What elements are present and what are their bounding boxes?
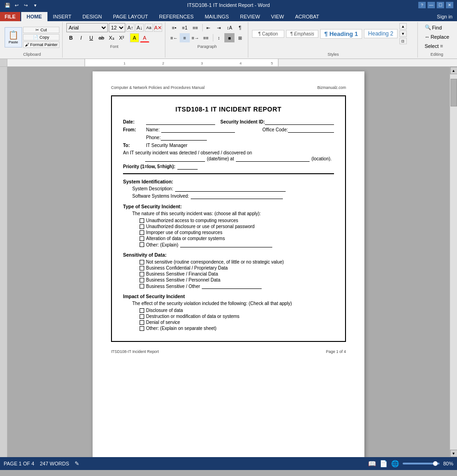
- checkbox-icon[interactable]: [140, 320, 144, 325]
- view-web-button[interactable]: 🌐: [391, 460, 399, 467]
- document-area[interactable]: Computer & Network Policies and Procedur…: [7, 67, 450, 457]
- find-button[interactable]: 🔍 Find: [422, 23, 452, 32]
- bold-button[interactable]: B: [66, 33, 76, 42]
- tab-page-layout[interactable]: PAGE LAYOUT: [107, 12, 153, 21]
- checkbox-icon[interactable]: [140, 272, 144, 276]
- datetime-field[interactable]: [145, 156, 205, 162]
- scroll-track[interactable]: [450, 74, 457, 450]
- view-print-button[interactable]: 📄: [380, 460, 387, 467]
- align-left-button[interactable]: ≡←: [169, 33, 179, 42]
- priority-field[interactable]: [177, 164, 198, 170]
- numbering-button[interactable]: ≡1: [180, 23, 190, 32]
- font-color-button[interactable]: A: [140, 33, 149, 42]
- font-family-selector[interactable]: Arial: [66, 23, 108, 32]
- style-heading1[interactable]: ¶ Heading 1: [320, 29, 362, 39]
- superscript-button[interactable]: X²: [117, 33, 126, 42]
- security-id-field[interactable]: [265, 119, 334, 125]
- tab-insert[interactable]: INSERT: [47, 12, 77, 21]
- location-field[interactable]: [236, 156, 310, 162]
- maximize-button[interactable]: ☐: [437, 2, 444, 8]
- vertical-scrollbar[interactable]: ▲ ▼: [450, 67, 457, 457]
- style-caption[interactable]: ¶ Caption: [252, 30, 284, 38]
- bullets-button[interactable]: ≡•: [169, 23, 179, 32]
- redo-button[interactable]: ↪: [22, 1, 29, 9]
- tab-home[interactable]: HOME: [21, 12, 47, 21]
- zoom-slider[interactable]: [403, 463, 439, 464]
- format-painter-button[interactable]: 🖌 Format Painter: [23, 41, 59, 48]
- decrease-font-button[interactable]: A↓: [135, 24, 144, 32]
- other-type-field[interactable]: [180, 242, 272, 247]
- checkbox-icon[interactable]: [140, 278, 144, 282]
- checkbox-icon[interactable]: [140, 314, 144, 319]
- checkbox-icon[interactable]: [140, 230, 144, 235]
- italic-button[interactable]: I: [76, 33, 86, 42]
- checkbox-icon[interactable]: [140, 308, 144, 313]
- checkbox-icon[interactable]: [140, 284, 144, 288]
- styles-expand[interactable]: ⊡: [399, 38, 407, 44]
- system-desc-field[interactable]: [175, 186, 286, 192]
- name-field[interactable]: [161, 127, 235, 133]
- tab-review[interactable]: REVIEW: [234, 12, 265, 21]
- phone-field[interactable]: [161, 135, 207, 141]
- checkbox-icon[interactable]: [140, 326, 144, 331]
- checkbox-icon[interactable]: [140, 236, 144, 241]
- date-field[interactable]: [146, 119, 215, 125]
- checkbox-icon[interactable]: [140, 260, 144, 264]
- increase-indent-button[interactable]: ⇥: [214, 23, 224, 32]
- help-button[interactable]: ?: [418, 2, 426, 8]
- sort-button[interactable]: ↕A: [224, 23, 234, 32]
- window-controls[interactable]: ? — ☐ ✕: [418, 2, 453, 8]
- checkbox-icon[interactable]: [140, 242, 144, 247]
- scroll-up-button[interactable]: ▲: [450, 67, 457, 74]
- shading-button[interactable]: ■: [224, 33, 234, 42]
- decrease-indent-button[interactable]: ⇤: [203, 23, 213, 32]
- software-field[interactable]: [191, 194, 283, 199]
- show-formatting-button[interactable]: ¶: [235, 23, 245, 32]
- style-heading2[interactable]: Heading 2: [364, 29, 398, 38]
- multilevel-button[interactable]: ≡≡: [190, 23, 200, 32]
- style-emphasis[interactable]: ¶ Emphasis: [286, 30, 318, 38]
- styles-scroll-up[interactable]: ▲: [399, 23, 407, 29]
- save-button[interactable]: 💾: [4, 1, 11, 9]
- customize-button[interactable]: ▾: [31, 1, 39, 9]
- undo-button[interactable]: ↩: [13, 1, 20, 9]
- cut-button[interactable]: ✂ Cut: [23, 27, 59, 33]
- tab-design[interactable]: DESIGN: [77, 12, 107, 21]
- align-right-button[interactable]: ≡→: [190, 33, 200, 42]
- zoom-thumb[interactable]: [433, 461, 438, 466]
- clear-format-button[interactable]: A✕: [154, 24, 162, 32]
- paste-button[interactable]: 📋 Paste: [5, 27, 22, 47]
- borders-button[interactable]: ⊞: [235, 33, 245, 42]
- tab-mailings[interactable]: MAILINGS: [199, 12, 234, 21]
- tab-view[interactable]: VIEW: [265, 12, 289, 21]
- align-center-button[interactable]: ≡: [180, 33, 190, 42]
- tab-references[interactable]: REFERENCES: [153, 12, 199, 21]
- checkbox-icon[interactable]: [140, 266, 144, 270]
- tab-file[interactable]: FILE: [0, 12, 20, 21]
- tab-acrobat[interactable]: ACROBAT: [289, 12, 324, 21]
- underline-button[interactable]: U: [87, 33, 96, 42]
- select-button[interactable]: Select =: [422, 42, 452, 50]
- replace-button[interactable]: ↔ Replace: [422, 33, 452, 41]
- styles-scroll-down[interactable]: ▼: [399, 30, 407, 37]
- view-read-button[interactable]: 📖: [368, 460, 376, 467]
- text-highlight-button[interactable]: A: [130, 33, 139, 42]
- font-size-selector[interactable]: 12: [109, 23, 125, 32]
- sensitivity-other-field[interactable]: [202, 283, 262, 289]
- sign-in-link[interactable]: Sign in: [432, 12, 457, 21]
- strikethrough-button[interactable]: ab: [97, 33, 106, 42]
- line-spacing-button[interactable]: ↕: [214, 33, 224, 42]
- copy-button[interactable]: 📄 Copy: [23, 34, 59, 41]
- checkbox-icon[interactable]: [140, 218, 144, 223]
- increase-font-button[interactable]: A↑: [126, 24, 135, 32]
- scroll-down-button[interactable]: ▼: [450, 450, 457, 457]
- subscript-button[interactable]: X₂: [107, 33, 116, 42]
- close-button[interactable]: ✕: [446, 2, 453, 8]
- quick-access-toolbar[interactable]: 💾 ↩ ↪ ▾: [4, 1, 39, 9]
- minimize-button[interactable]: —: [428, 2, 435, 8]
- justify-button[interactable]: ≡≡: [201, 33, 211, 42]
- change-case-button[interactable]: Aa: [145, 24, 153, 32]
- checkbox-icon[interactable]: [140, 224, 144, 229]
- scroll-thumb[interactable]: [451, 79, 457, 106]
- office-code-field[interactable]: [288, 127, 334, 133]
